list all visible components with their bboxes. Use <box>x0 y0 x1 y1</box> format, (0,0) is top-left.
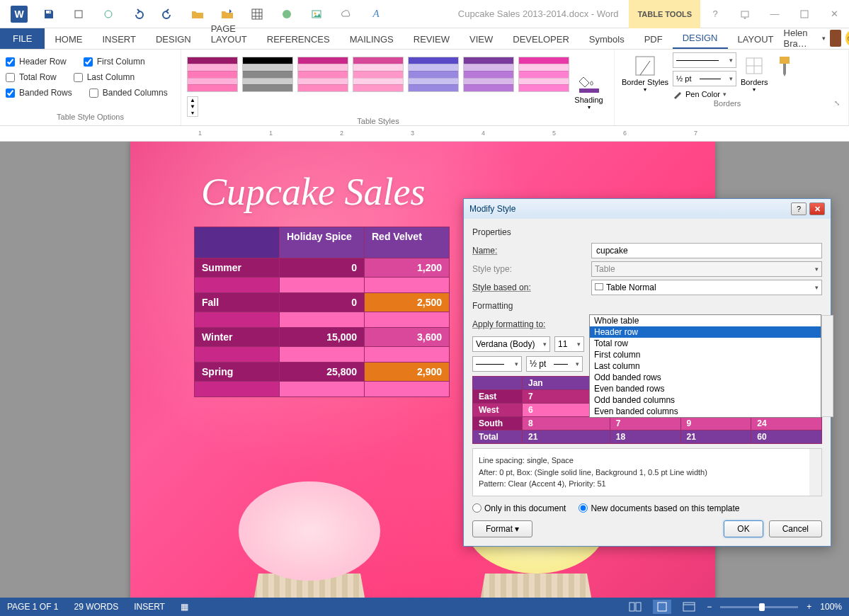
dialog-help-button[interactable]: ? <box>791 203 807 215</box>
ok-button[interactable]: OK <box>724 520 763 537</box>
cell[interactable]: 2,500 <box>365 293 450 312</box>
borders-dialog-launcher[interactable]: ⤡ <box>834 99 843 109</box>
apply-formatting-dropdown[interactable]: Whole table Header row Total row First c… <box>589 314 821 418</box>
developer-tab[interactable]: DEVELOPER <box>503 30 579 49</box>
new-documents-radio[interactable]: New documents based on this template <box>579 503 739 513</box>
dropdown-item[interactable]: Even banded columns <box>590 406 821 417</box>
file-tab[interactable]: FILE <box>0 28 45 49</box>
dropdown-item[interactable]: Whole table <box>590 315 821 326</box>
page-layout-tab[interactable]: PAGE LAYOUT <box>201 19 257 49</box>
read-mode-button[interactable] <box>626 600 644 614</box>
cell[interactable]: 0 <box>280 293 365 312</box>
zoom-slider[interactable] <box>720 606 798 608</box>
web-layout-button[interactable] <box>680 600 698 614</box>
dropdown-item[interactable]: First column <box>590 349 821 360</box>
borders-button[interactable]: Borders▾ <box>739 52 770 99</box>
sales-table[interactable]: Holiday Spice Red Velvet Summer01,200 Fa… <box>194 227 450 397</box>
home-tab[interactable]: HOME <box>45 30 92 49</box>
zoom-level[interactable]: 100% <box>820 602 842 612</box>
last-column-checkbox[interactable]: Last Column <box>74 72 135 82</box>
scrollbar[interactable] <box>809 449 821 496</box>
page-indicator[interactable]: PAGE 1 OF 1 <box>7 602 58 612</box>
view-tab[interactable]: VIEW <box>460 30 503 49</box>
border-style-select[interactable]: ▾ <box>472 356 522 372</box>
banded-rows-checkbox[interactable]: Banded Rows <box>6 88 72 98</box>
review-tab[interactable]: REVIEW <box>404 30 460 49</box>
border-styles-button[interactable]: Border Styles▾ <box>620 52 670 99</box>
table-style-2[interactable] <box>242 57 293 92</box>
cell[interactable]: 1,200 <box>365 258 450 278</box>
only-this-document-radio[interactable]: Only in this document <box>472 503 566 513</box>
dropdown-item[interactable]: Odd banded rows <box>590 372 821 383</box>
table-layout-tab[interactable]: LAYOUT <box>728 30 784 49</box>
dropdown-item[interactable]: Total row <box>590 338 821 349</box>
symbols-tab[interactable]: Symbols <box>579 30 634 49</box>
zoom-in-button[interactable]: + <box>807 602 811 612</box>
pdf-tab[interactable]: PDF <box>634 30 673 49</box>
table-header-empty[interactable] <box>195 227 280 258</box>
border-width-select[interactable]: ½ pt▾ <box>526 356 583 372</box>
dropdown-item[interactable]: Even banded rows <box>590 383 821 394</box>
shading-button[interactable]: Shading▾ <box>569 52 608 122</box>
close-button[interactable]: ✕ <box>819 1 849 28</box>
style-name-input[interactable] <box>591 243 822 258</box>
ribbon-options-button[interactable] <box>730 1 760 28</box>
print-layout-button[interactable] <box>653 600 671 614</box>
mailings-tab[interactable]: MAILINGS <box>340 30 404 49</box>
word-app-icon[interactable]: W <box>4 1 34 28</box>
border-painter-button[interactable] <box>773 52 797 99</box>
table-style-5[interactable] <box>408 57 459 92</box>
table-style-7[interactable] <box>518 57 569 92</box>
feedback-smiley-icon[interactable]: ☺ <box>845 31 849 45</box>
format-button[interactable]: Format ▾ <box>472 520 532 537</box>
macro-recording-icon[interactable]: ▦ <box>181 602 188 612</box>
cell[interactable]: 15,000 <box>280 328 365 347</box>
pen-color-button[interactable]: Pen Color▾ <box>673 89 736 99</box>
save-button[interactable] <box>34 1 64 28</box>
insert-tab[interactable]: INSERT <box>92 30 145 49</box>
border-line-style[interactable]: ▾ <box>673 52 736 68</box>
based-on-select[interactable]: Table Normal▾ <box>591 280 822 295</box>
maximize-button[interactable] <box>790 1 819 28</box>
table-style-4[interactable] <box>353 57 404 92</box>
undo-button[interactable] <box>123 1 153 28</box>
table-design-tab[interactable]: DESIGN <box>673 28 728 49</box>
scrollbar[interactable] <box>821 315 833 417</box>
row-label[interactable]: Summer <box>195 258 280 278</box>
banded-columns-checkbox[interactable]: Banded Columns <box>89 88 168 98</box>
table-style-6[interactable] <box>463 57 514 92</box>
table-style-1[interactable] <box>187 57 238 92</box>
dialog-close-button[interactable]: ✕ <box>809 203 825 215</box>
cell[interactable]: 3,600 <box>365 328 450 347</box>
header-row-checkbox[interactable]: Header Row <box>6 57 67 67</box>
font-family-select[interactable]: Verdana (Body)▾ <box>472 336 550 352</box>
clear-formatting-button[interactable]: A <box>361 1 391 28</box>
cancel-button[interactable]: Cancel <box>769 520 822 537</box>
style-gallery-scroll[interactable]: ▲▼▾ <box>187 96 198 117</box>
row-label[interactable]: Fall <box>195 293 280 312</box>
design-tab[interactable]: DESIGN <box>146 30 201 49</box>
print-preview-button[interactable] <box>64 1 93 28</box>
border-line-width[interactable]: ½ pt▾ <box>673 71 736 86</box>
row-label[interactable]: Spring <box>195 363 280 382</box>
redo-button[interactable] <box>153 1 183 28</box>
font-size-select[interactable]: 11▾ <box>554 336 584 352</box>
table-header[interactable]: Red Velvet <box>365 227 450 258</box>
dialog-titlebar[interactable]: Modify Style ? ✕ <box>464 199 831 219</box>
zoom-out-button[interactable]: − <box>707 602 712 612</box>
row-label[interactable]: Winter <box>195 328 280 347</box>
dropdown-item[interactable]: Header row <box>590 326 821 338</box>
dropdown-item[interactable]: Last column <box>590 360 821 372</box>
touch-mode-button[interactable] <box>93 1 123 28</box>
minimize-button[interactable]: — <box>760 1 790 28</box>
cell[interactable]: 2,900 <box>365 363 450 382</box>
shapes-button[interactable] <box>272 1 302 28</box>
online-pictures-button[interactable] <box>331 1 361 28</box>
total-row-checkbox[interactable]: Total Row <box>6 72 57 82</box>
picture-button[interactable] <box>302 1 331 28</box>
references-tab[interactable]: REFERENCES <box>257 30 340 49</box>
cell[interactable]: 0 <box>280 258 365 278</box>
table-header[interactable]: Holiday Spice <box>280 227 365 258</box>
horizontal-ruler[interactable]: 1 1 2 3 4 5 6 7 <box>0 126 849 142</box>
cell[interactable]: 25,800 <box>280 363 365 382</box>
